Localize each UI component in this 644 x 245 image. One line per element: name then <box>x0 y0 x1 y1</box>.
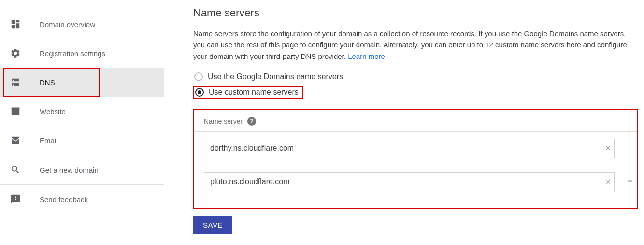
name-server-row: × + <box>194 165 637 198</box>
learn-more-link[interactable]: Learn more <box>348 52 385 60</box>
page-heading: Name servers <box>193 7 630 19</box>
save-button[interactable]: SAVE <box>193 216 232 234</box>
radio-icon <box>194 72 203 81</box>
svg-rect-0 <box>12 108 20 110</box>
website-icon <box>10 105 21 117</box>
name-server-panel: Name server ? × × + <box>193 109 638 209</box>
sidebar-item-website[interactable]: Website <box>0 97 164 126</box>
help-icon[interactable]: ? <box>247 117 256 126</box>
radio-label: Use the Google Domains name servers <box>208 72 343 81</box>
sidebar: Domain overview Registration settings DN… <box>0 0 164 245</box>
name-server-label: Name server <box>204 117 243 125</box>
sidebar-item-label: Email <box>40 136 58 144</box>
radio-use-google-ns[interactable]: Use the Google Domains name servers <box>193 72 347 82</box>
sidebar-item-domain-overview[interactable]: Domain overview <box>0 10 164 39</box>
radio-icon-checked <box>195 88 204 97</box>
sidebar-item-registration-settings[interactable]: Registration settings <box>0 39 164 68</box>
email-icon <box>10 134 21 146</box>
add-name-server-button[interactable]: + <box>624 176 636 187</box>
sidebar-item-label: DNS <box>40 78 55 86</box>
sidebar-item-label: Send feedback <box>40 195 88 203</box>
name-server-input-2[interactable] <box>204 172 615 191</box>
sidebar-item-label: Domain overview <box>40 20 95 29</box>
radio-use-custom-ns[interactable]: Use custom name servers <box>193 86 303 99</box>
main-content: Name servers Name servers store the conf… <box>164 0 644 245</box>
sidebar-item-dns[interactable]: DNS <box>0 68 164 97</box>
sidebar-item-label: Get a new domain <box>40 166 99 174</box>
name-server-input-1[interactable] <box>204 139 615 158</box>
name-server-header: Name server ? <box>194 117 637 131</box>
sidebar-item-label: Website <box>40 107 66 115</box>
sidebar-item-get-new-domain[interactable]: Get a new domain <box>0 155 164 184</box>
clear-icon[interactable]: × <box>605 144 611 153</box>
sidebar-item-send-feedback[interactable]: Send feedback <box>0 185 164 214</box>
radio-label: Use custom name servers <box>209 88 299 97</box>
name-server-row: × <box>194 131 637 165</box>
clear-icon[interactable]: × <box>605 177 611 186</box>
search-icon <box>10 164 21 175</box>
dashboard-icon <box>10 18 21 30</box>
sidebar-item-label: Registration settings <box>40 49 105 58</box>
description: Name servers store the configuration of … <box>193 28 630 62</box>
feedback-icon <box>10 193 21 205</box>
gear-icon <box>10 47 21 59</box>
sidebar-item-email[interactable]: Email <box>0 126 164 155</box>
